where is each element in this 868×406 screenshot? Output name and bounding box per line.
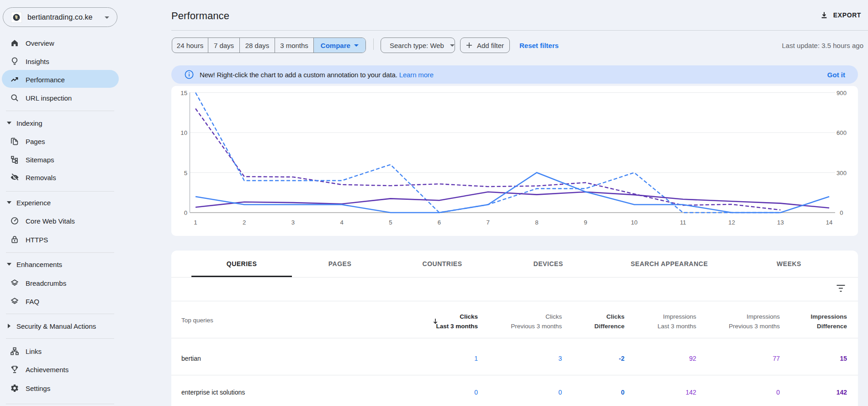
svg-text:300: 300 xyxy=(836,170,847,176)
svg-text:900: 900 xyxy=(836,90,847,96)
svg-text:2: 2 xyxy=(243,219,246,226)
svg-text:14: 14 xyxy=(826,219,833,226)
svg-text:9: 9 xyxy=(584,219,587,226)
svg-text:0: 0 xyxy=(184,209,187,216)
svg-text:10: 10 xyxy=(180,129,187,136)
svg-text:12: 12 xyxy=(728,219,735,226)
svg-text:15: 15 xyxy=(180,90,187,96)
svg-text:6: 6 xyxy=(438,219,441,226)
svg-text:4: 4 xyxy=(340,219,343,226)
svg-text:5: 5 xyxy=(184,170,187,176)
svg-text:10: 10 xyxy=(631,219,638,226)
svg-text:7: 7 xyxy=(487,219,490,226)
svg-text:1: 1 xyxy=(194,219,197,226)
svg-text:600: 600 xyxy=(836,129,847,136)
svg-text:11: 11 xyxy=(680,219,686,226)
svg-text:5: 5 xyxy=(389,219,392,226)
svg-text:3: 3 xyxy=(291,219,295,226)
svg-text:0: 0 xyxy=(840,209,843,216)
svg-text:8: 8 xyxy=(535,219,538,226)
svg-text:13: 13 xyxy=(777,219,784,226)
